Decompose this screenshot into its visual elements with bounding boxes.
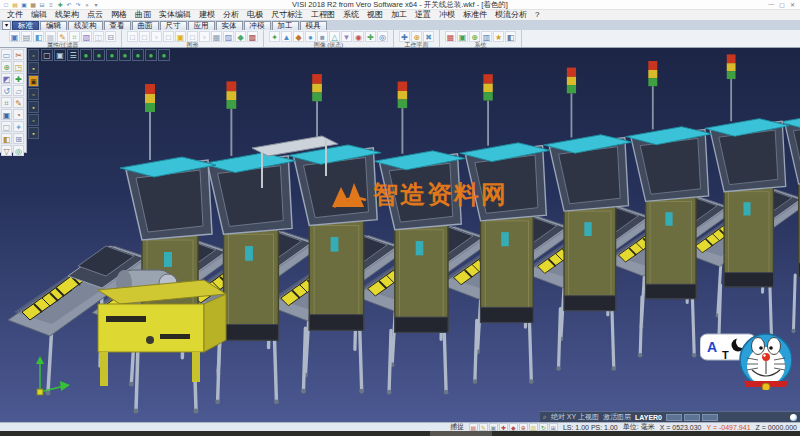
side-strip-button-6[interactable]: ▪ [28,127,39,139]
menu-item-18[interactable]: 模流分析 [491,10,531,20]
ribbon-icon-system-3[interactable]: ▥ [481,31,492,42]
left-tool-icon-9[interactable]: ✎ [13,97,24,108]
toolbar-tab-7[interactable]: 实体 [216,21,243,30]
menu-item-0[interactable]: 文件 [3,10,27,20]
qat-icon-6[interactable]: ✚ [56,1,64,9]
left-tool-icon-10[interactable]: ▣ [1,109,12,120]
toolbar-collapse-button[interactable]: ▾ [2,21,11,30]
ribbon-icon-prop-filter-8[interactable]: ⊟ [105,31,116,42]
menu-item-13[interactable]: 视图 [363,10,387,20]
ribbon-icon-prop-filter-6[interactable]: ▧ [81,31,92,42]
left-tool-icon-8[interactable]: ⌗ [1,97,12,108]
command-button-1[interactable] [684,414,700,421]
qat-icon-8[interactable]: ↷ [74,1,82,9]
status-icon-5[interactable]: ⊕ [519,423,528,431]
view-button-5[interactable]: ● [106,49,118,61]
menu-item-5[interactable]: 曲面 [131,10,155,20]
ribbon-icon-image-state-5[interactable]: △ [329,31,340,42]
toolbar-tab-0[interactable]: 标准 [12,21,39,30]
status-icon-6[interactable]: ▥ [529,423,538,431]
status-icon-0[interactable]: ▤ [469,423,478,431]
minimize-button[interactable]: — [768,1,774,8]
toolbar-tab-10[interactable]: 模具 [300,21,327,30]
ribbon-icon-image-state-6[interactable]: ▼ [341,31,352,42]
ribbon-icon-prop-filter-2[interactable]: ◧ [33,31,44,42]
toolbar-tab-1[interactable]: 编辑 [40,21,67,30]
side-strip-button-3[interactable]: ▫ [28,88,39,100]
left-tool-icon-15[interactable]: ⊞ [13,133,24,144]
ribbon-icon-system-2[interactable]: ⊕ [469,31,480,42]
side-strip-button-1[interactable]: ▪ [28,62,39,74]
left-tool-icon-2[interactable]: ⊕ [1,61,12,72]
menu-item-15[interactable]: 逆置 [411,10,435,20]
qat-icon-7[interactable]: ↶ [65,1,73,9]
ribbon-icon-graphics-8[interactable]: ▨ [223,31,234,42]
ribbon-icon-image-state-8[interactable]: ✚ [365,31,376,42]
view-button-8[interactable]: ● [145,49,157,61]
search-icon[interactable]: ⌕ [543,413,547,421]
menu-item-10[interactable]: 尺寸标注 [267,10,307,20]
ribbon-icon-graphics-9[interactable]: ◆ [235,31,246,42]
left-tool-icon-5[interactable]: ✚ [13,73,24,84]
left-tool-icon-6[interactable]: ↺ [1,85,12,96]
ribbon-icon-workplane-2[interactable]: ✖ [423,31,434,42]
view-button-2[interactable]: ☰ [67,49,79,61]
view-button-3[interactable]: ● [80,49,92,61]
menu-item-16[interactable]: 冲模 [435,10,459,20]
ribbon-icon-system-0[interactable]: ▦ [445,31,456,42]
side-strip-button-2[interactable]: ▣ [28,75,39,87]
ribbon-icon-image-state-7[interactable]: ◉ [353,31,364,42]
status-icon-3[interactable]: ✚ [499,423,508,431]
ribbon-icon-image-state-3[interactable]: ● [305,31,316,42]
ribbon-icon-system-1[interactable]: ▣ [457,31,468,42]
menu-item-19[interactable]: ? [531,10,543,20]
ribbon-icon-image-state-2[interactable]: ◆ [293,31,304,42]
menu-item-7[interactable]: 建模 [195,10,219,20]
toolbar-tab-3[interactable]: 查看 [104,21,131,30]
side-strip-button-5[interactable]: ▫ [28,114,39,126]
menu-item-3[interactable]: 点云 [83,10,107,20]
globe-status-icon[interactable] [790,414,797,421]
status-icon-4[interactable]: ◆ [509,423,518,431]
left-tool-icon-1[interactable]: ✂ [13,49,24,60]
active-layer-name[interactable]: LAYER0 [635,414,662,421]
toolbar-tab-2[interactable]: 线架构 [68,21,103,30]
qat-icon-3[interactable]: ▦ [29,1,37,9]
qat-icon-4[interactable]: ⊟ [38,1,46,9]
ribbon-icon-graphics-0[interactable]: □ [127,31,138,42]
coordinate-mode-label[interactable]: 绝对 XY 上视图 [551,412,599,422]
left-tool-icon-4[interactable]: ◩ [1,73,12,84]
menu-item-9[interactable]: 电极 [243,10,267,20]
left-tool-icon-17[interactable]: ◎ [13,145,24,156]
toolbar-tab-6[interactable]: 应用 [188,21,215,30]
ribbon-icon-prop-filter-5[interactable]: ⌗ [69,31,80,42]
menu-item-2[interactable]: 线架构 [51,10,83,20]
ribbon-icon-graphics-7[interactable]: ▦ [211,31,222,42]
view-button-0[interactable]: ▢ [41,49,53,61]
left-tool-icon-14[interactable]: ◧ [1,133,12,144]
maximize-button[interactable]: ▢ [779,1,785,8]
ribbon-icon-system-4[interactable]: ★ [493,31,504,42]
ribbon-icon-image-state-0[interactable]: ✦ [269,31,280,42]
view-button-7[interactable]: ● [132,49,144,61]
ribbon-icon-prop-filter-0[interactable]: ▣ [9,31,20,42]
side-strip-button-4[interactable]: ▪ [28,101,39,113]
ribbon-icon-graphics-2[interactable]: ▫ [151,31,162,42]
left-tool-icon-7[interactable]: ▱ [13,85,24,96]
command-button-2[interactable] [702,414,718,421]
left-tool-icon-11[interactable]: ◔ [13,109,24,120]
ribbon-icon-image-state-4[interactable]: ■ [317,31,328,42]
ribbon-icon-prop-filter-1[interactable]: ▤ [21,31,32,42]
left-tool-icon-12[interactable]: ▢ [1,121,12,132]
view-button-4[interactable]: ● [93,49,105,61]
view-button-9[interactable]: ● [158,49,170,61]
ribbon-icon-prop-filter-7[interactable]: ◫ [93,31,104,42]
left-tool-icon-16[interactable]: ▽ [1,145,12,156]
qat-icon-10[interactable]: ▾ [92,1,100,9]
qat-icon-9[interactable]: ● [83,1,91,9]
menu-item-4[interactable]: 网格 [107,10,131,20]
menu-item-8[interactable]: 分析 [219,10,243,20]
left-tool-icon-13[interactable]: ✦ [13,121,24,132]
ribbon-icon-prop-filter-4[interactable]: ✎ [57,31,68,42]
menu-item-14[interactable]: 加工 [387,10,411,20]
